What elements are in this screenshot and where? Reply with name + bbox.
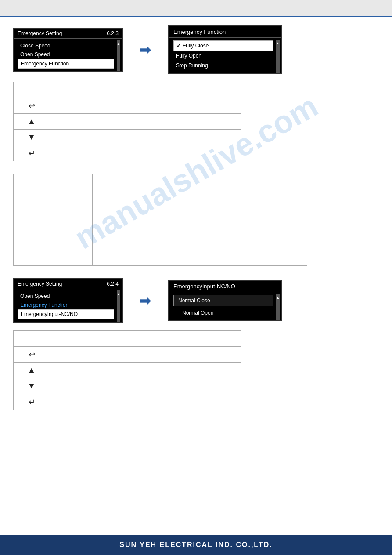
footer: SUN YEH ELECTRICAL IND. CO.,LTD. xyxy=(0,535,392,555)
ctrl-icon-1-3: ▼ xyxy=(14,130,50,145)
right-menu-item-1-2[interactable]: Stop Running xyxy=(173,61,273,70)
right-menu-item-2-1[interactable]: ✓ Normal Open xyxy=(173,308,273,318)
desc-label-1-4 xyxy=(14,250,93,266)
scrollbar-1: ▲ xyxy=(117,40,120,71)
ctrl-icon-1-2: ▲ xyxy=(14,114,50,130)
scrollbar-2: ▲ xyxy=(117,290,120,322)
right-menu-box-2: EmergencyInput-NC/NO Normal Close ✓ Norm… xyxy=(168,280,282,321)
scroll-up-r1: ▲ xyxy=(276,41,280,45)
ctrl-row-1-1: ↩ xyxy=(14,98,241,114)
right-menu-body-2: Normal Close ✓ Normal Open xyxy=(169,292,281,320)
desc-content-1-3 xyxy=(92,227,307,250)
ctrl-icon-2-4: ↵ xyxy=(14,394,50,410)
section2: Emergency Setting 6.2.4 Open Speed Emerg… xyxy=(13,278,379,410)
left-menu-title-1: Emergency Setting xyxy=(18,30,62,36)
desc-content-1-2 xyxy=(92,204,307,227)
left-menu-box-2: Emergency Setting 6.2.4 Open Speed Emerg… xyxy=(13,278,123,323)
scrollbar-r2: ▲ xyxy=(276,294,280,320)
header-bar xyxy=(0,0,392,17)
right-menu-header-2: EmergencyInput-NC/NO xyxy=(169,281,281,292)
ctrl-icon-1-0 xyxy=(14,82,50,98)
left-menu-body-1: Close Speed Open Speed Emergency Functio… xyxy=(14,39,122,71)
menu-diagram-1: Emergency Setting 6.2.3 Close Speed Open… xyxy=(13,25,379,74)
left-menu-item-1-0[interactable]: Close Speed xyxy=(18,41,114,50)
checkmark-2-1: ✓ xyxy=(176,310,180,316)
left-menu-title-2: Emergency Setting xyxy=(18,281,62,287)
ctrl-icon-2-3: ▼ xyxy=(14,378,50,394)
ctrl-desc-1-4 xyxy=(50,145,241,161)
right-menu-body-1: ✓ Fully Close Fully Open Stop Running xyxy=(169,38,281,73)
ctrl-row-2-2: ▲ xyxy=(14,363,241,378)
left-menu-item-2-2[interactable]: EmergencyInput-NC/NO xyxy=(18,309,114,319)
ctrl-row-2-1: ↩ xyxy=(14,347,241,363)
desc-content-1-4 xyxy=(92,250,307,266)
section1: Emergency Setting 6.2.3 Close Speed Open… xyxy=(13,25,379,161)
desc-row-1-3 xyxy=(14,227,307,250)
control-table-1: ↩ ▲ ▼ ↵ xyxy=(13,82,241,161)
scroll-up-1: ▲ xyxy=(117,42,120,46)
right-menu-item-1-0[interactable]: ✓ Fully Close xyxy=(173,40,273,51)
desc-label-1-3 xyxy=(14,227,93,250)
arrow-2: ➡ xyxy=(140,292,151,309)
left-menu-version-1: 6.2.3 xyxy=(107,30,119,36)
ctrl-row-1-4: ↵ xyxy=(14,145,241,161)
main-content: Emergency Setting 6.2.3 Close Speed Open… xyxy=(0,17,392,431)
scrollbar-r1: ▲ xyxy=(276,40,280,73)
ctrl-desc-1-2 xyxy=(50,114,241,130)
desc-row-1-0 xyxy=(14,174,307,181)
ctrl-row-1-0 xyxy=(14,82,241,98)
menu-diagram-2: Emergency Setting 6.2.4 Open Speed Emerg… xyxy=(13,278,379,323)
right-menu-header-1: Emergency Function xyxy=(169,26,281,38)
right-menu-box-1: Emergency Function ✓ Fully Close Fully O… xyxy=(168,25,282,74)
ctrl-row-1-3: ▼ xyxy=(14,130,241,145)
ctrl-row-2-4: ↵ xyxy=(14,394,241,410)
right-menu-item-1-1[interactable]: Fully Open xyxy=(173,51,273,61)
ctrl-row-2-3: ▼ xyxy=(14,378,241,394)
ctrl-desc-2-3 xyxy=(50,378,241,394)
ctrl-icon-1-4: ↵ xyxy=(14,145,50,161)
desc-row-1-2 xyxy=(14,204,307,227)
ctrl-icon-1-1: ↩ xyxy=(14,98,50,114)
arrow-1: ➡ xyxy=(140,41,151,58)
desc-table-1 xyxy=(13,174,307,266)
left-menu-item-1-2[interactable]: Emergency Function xyxy=(18,59,114,69)
desc-label-1-0 xyxy=(14,174,93,181)
ctrl-row-2-0 xyxy=(14,331,241,347)
control-table-2: ↩ ▲ ▼ ↵ xyxy=(13,330,241,410)
left-menu-box-1: Emergency Setting 6.2.3 Close Speed Open… xyxy=(13,28,123,72)
desc-section-1 xyxy=(13,174,379,266)
ctrl-desc-1-3 xyxy=(50,130,241,145)
ctrl-desc-2-0 xyxy=(50,331,241,347)
left-menu-item-1-1[interactable]: Open Speed xyxy=(18,50,114,59)
scroll-up-2: ▲ xyxy=(117,292,120,296)
checkmark-1-0: ✓ xyxy=(176,43,181,49)
desc-label-1-1 xyxy=(14,181,93,204)
right-menu-item-2-0[interactable]: Normal Close xyxy=(173,295,273,306)
footer-company: SUN YEH ELECTRICAL IND. CO.,LTD. xyxy=(119,541,272,549)
left-menu-header-1: Emergency Setting 6.2.3 xyxy=(14,29,122,39)
left-menu-item-2-0[interactable]: Open Speed xyxy=(18,292,114,301)
ctrl-desc-2-1 xyxy=(50,347,241,363)
ctrl-icon-2-2: ▲ xyxy=(14,363,50,378)
left-menu-body-2: Open Speed Emergency Function EmergencyI… xyxy=(14,289,122,322)
desc-row-1-4 xyxy=(14,250,307,266)
scroll-up-r2: ▲ xyxy=(276,296,280,300)
desc-label-1-2 xyxy=(14,204,93,227)
ctrl-row-1-2: ▲ xyxy=(14,114,241,130)
ctrl-desc-2-2 xyxy=(50,363,241,378)
desc-row-1-1 xyxy=(14,181,307,204)
desc-content-1-1 xyxy=(92,181,307,204)
ctrl-icon-2-0 xyxy=(14,331,50,347)
left-menu-item-2-1[interactable]: Emergency Function xyxy=(18,301,114,309)
ctrl-icon-2-1: ↩ xyxy=(14,347,50,363)
ctrl-desc-2-4 xyxy=(50,394,241,410)
ctrl-desc-1-1 xyxy=(50,98,241,114)
ctrl-desc-1-0 xyxy=(50,82,241,98)
left-menu-version-2: 6.2.4 xyxy=(107,281,119,287)
left-menu-header-2: Emergency Setting 6.2.4 xyxy=(14,279,122,289)
desc-content-1-0 xyxy=(92,174,307,181)
